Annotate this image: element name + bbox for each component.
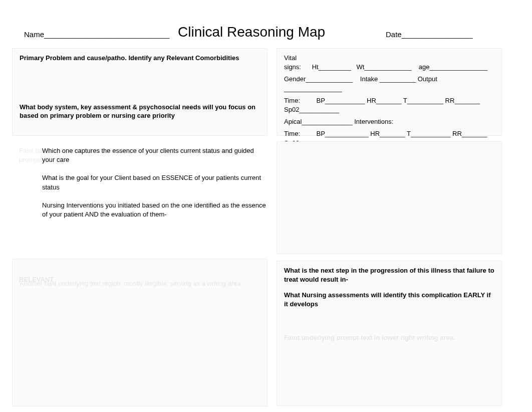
primary-problem-label: Primary Problem and cause/patho. Identif…	[20, 54, 260, 63]
essence-q1: Which one captures the essence of your c…	[42, 146, 268, 164]
box-essence-prompts: Which one captures the essence of your c…	[12, 146, 268, 219]
box-empty-right-mid	[277, 141, 502, 254]
date-field: Date_________________	[386, 30, 473, 39]
box-vitals: Vital signs: Ht_________ Wt_____________…	[277, 48, 502, 136]
page-title: Clinical Reasoning Map	[178, 24, 325, 40]
faint-overlay-lower-left: RELEVANT	[19, 275, 264, 285]
essence-q3: Nursing Interventions you initiated base…	[42, 201, 268, 219]
vitals-row: Gender_____________ Intake __________ Ou…	[284, 75, 494, 93]
name-field: Name______________________________	[24, 30, 169, 39]
body-system-label: What body system, key assessment & psych…	[20, 103, 260, 120]
progression-q1: What is the next step in the progression…	[284, 266, 494, 284]
faint-text: Faint underlying prompt text in lower ri…	[284, 333, 494, 342]
faint-text: RELEVANT	[19, 275, 264, 285]
progression-q2: What Nursing assessments will identify t…	[284, 291, 494, 308]
vitals-row: Time: BP___________ HR_______ T_________…	[284, 96, 494, 114]
vitals-row: Apical______________ Interventions:	[284, 117, 494, 126]
vitals-row: Vital signs: Ht_________ Wt_____________…	[284, 54, 494, 72]
box-primary-problem: Primary Problem and cause/patho. Identif…	[12, 48, 268, 136]
essence-q2: What is the goal for your Client based o…	[42, 173, 268, 191]
box-progression: What is the next step in the progression…	[277, 261, 502, 406]
